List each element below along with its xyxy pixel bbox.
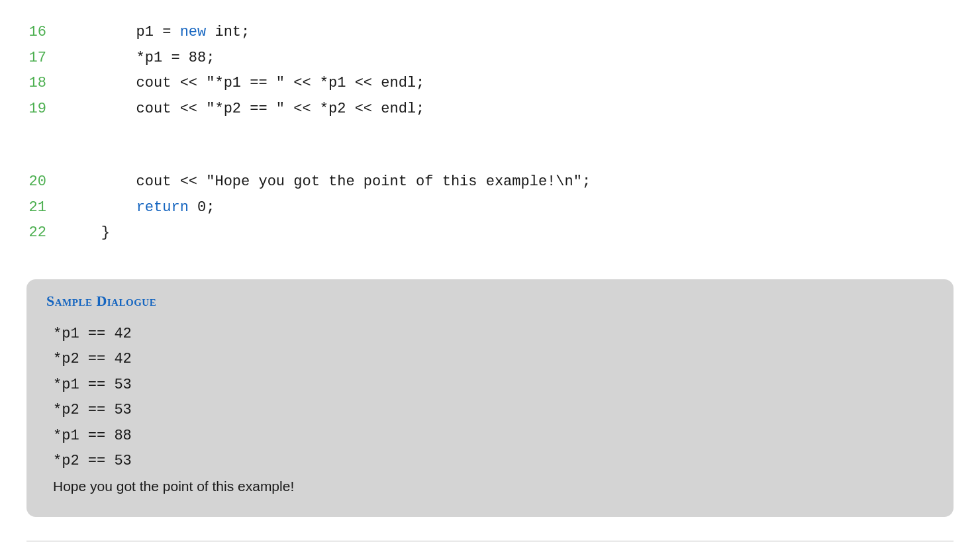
code-line-18: 18 cout << "*p1 == " << *p1 << endl; [26,71,954,97]
output-line-1: *p1 == 42 [46,322,934,347]
line-number-22: 22 [26,220,66,246]
sample-dialogue-title: Sample Dialogue [46,293,934,310]
blank-line-2 [26,146,954,169]
code-line-21: 21 return 0; [26,195,954,221]
sample-dialogue-box: Sample Dialogue *p1 == 42 *p2 == 42 *p1 … [26,279,954,518]
code-line-20: 20 cout << "Hope you got the point of th… [26,169,954,195]
output-line-7: Hope you got the point of this example! [46,475,934,499]
code-block: 16 p1 = new int; 17 *p1 = 88; 18 cout <<… [26,13,954,259]
line-number-18: 18 [26,71,66,97]
output-line-5: *p1 == 88 [46,424,934,449]
output-line-3: *p1 == 53 [46,373,934,398]
code-text-21: return 0; [66,195,215,221]
code-text-17: *p1 = 88; [66,46,215,71]
code-line-17: 17 *p1 = 88; [26,46,954,71]
code-text-20: cout << "Hope you got the point of this … [66,169,591,195]
code-text-16: p1 = new int; [66,20,250,46]
code-line-22: 22 } [26,220,954,246]
output-line-2: *p2 == 42 [46,347,934,373]
code-text-18: cout << "*p1 == " << *p1 << endl; [66,71,424,97]
line-number-19: 19 [26,97,66,122]
line-number-17: 17 [26,46,66,71]
line-number-16: 16 [26,20,66,46]
blank-line-1 [26,122,954,146]
code-text-19: cout << "*p2 == " << *p2 << endl; [66,97,424,122]
output-line-6: *p2 == 53 [46,449,934,475]
code-line-16: 16 p1 = new int; [26,20,954,46]
line-number-20: 20 [26,169,66,195]
page-divider [26,541,954,541]
code-line-19: 19 cout << "*p2 == " << *p2 << endl; [26,97,954,122]
keyword-return: return [136,199,189,216]
keyword-new-inline: new [180,24,207,40]
output-line-4: *p2 == 53 [46,398,934,424]
line-number-21: 21 [26,195,66,221]
code-text-22: } [66,220,110,246]
